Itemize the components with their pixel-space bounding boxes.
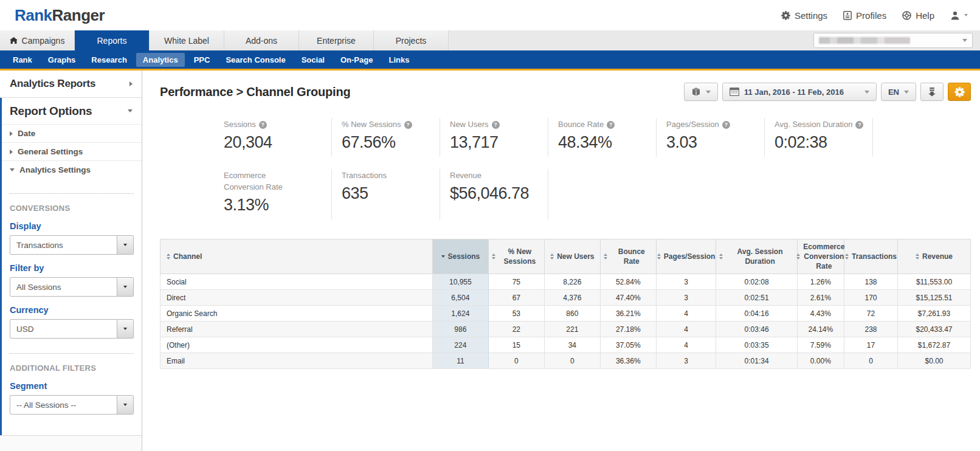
data-cell: 6,504 [432, 290, 488, 306]
col-header-new-users[interactable]: New Users [544, 239, 600, 274]
download-button[interactable] [920, 83, 944, 101]
subnav-item-analytics[interactable]: Analytics [136, 53, 185, 67]
col-header-revenue[interactable]: Revenue [897, 239, 970, 274]
subnav-item-search-console[interactable]: Search Console [219, 53, 292, 67]
data-cell: 17 [844, 337, 898, 353]
subnav-item-rank[interactable]: Rank [6, 53, 39, 67]
data-cell: 24.14% [797, 322, 844, 337]
col-header-new-sessions[interactable]: % New Sessions [488, 239, 544, 274]
data-cell: 10,955 [432, 274, 488, 290]
sort-down-arrow [167, 257, 170, 260]
col-header-channel[interactable]: Channel [160, 239, 433, 274]
report-options-header[interactable]: Report Options [2, 98, 142, 124]
metric-value: 3.03 [666, 133, 758, 152]
help-icon[interactable]: ? [607, 121, 615, 129]
col-header-label: Avg. Session Duration [726, 247, 793, 266]
sort-down-arrow [845, 257, 849, 260]
select-arrow-button[interactable] [117, 396, 133, 414]
help-icon[interactable]: ? [259, 121, 267, 129]
analytics-reports-label: Analytics Reports [10, 78, 95, 90]
select-arrow-button[interactable] [117, 320, 133, 338]
sidebar-section-date[interactable]: Date [2, 124, 142, 142]
help-icon[interactable]: ? [492, 121, 500, 129]
tab-reports[interactable]: Reports [75, 30, 150, 50]
col-header-inner: Bounce Rate [604, 247, 653, 266]
subnav-item-social[interactable]: Social [295, 53, 331, 67]
col-header-pages-session[interactable]: Pages/Session [656, 239, 716, 274]
subnav-item-research[interactable]: Research [85, 53, 134, 67]
main-content: Performance > Channel Grouping 11 Jan, 2… [142, 71, 980, 451]
tab-label: Add-ons [246, 36, 277, 46]
col-header-inner: Ecommerce Conversion Rate [801, 242, 841, 272]
menu-item-help[interactable]: Help [902, 10, 934, 21]
col-header-bounce-rate[interactable]: Bounce Rate [600, 239, 656, 274]
select-segment[interactable]: -- All Sessions -- [10, 395, 134, 415]
tab-campaigns[interactable]: Campaigns [0, 30, 75, 50]
metric-label-text: Sessions [224, 119, 256, 131]
col-header-label: Sessions [448, 252, 480, 261]
metric-value: 635 [342, 184, 433, 203]
data-cell: 0 [488, 353, 544, 369]
analytics-reports-header[interactable]: Analytics Reports [0, 71, 142, 98]
select-value-display: Transactions [10, 241, 63, 250]
subnav-item-links[interactable]: Links [382, 53, 416, 67]
language-button[interactable]: EN [881, 83, 916, 101]
date-range-button[interactable]: 11 Jan, 2016 - 11 Feb, 2016 [722, 83, 877, 101]
tab-projects[interactable]: Projects [374, 30, 449, 50]
help-icon[interactable]: ? [722, 121, 730, 129]
metric-value: 20,304 [224, 133, 325, 152]
menu-item-profiles[interactable]: Profiles [843, 10, 886, 21]
col-header-ecommerce-conversion-rate[interactable]: Ecommerce Conversion Rate [797, 239, 844, 274]
data-cell: 8,226 [544, 274, 600, 290]
menu-item-settings[interactable]: Settings [781, 10, 827, 21]
data-cell: 27.18% [600, 322, 656, 337]
report-settings-button[interactable] [948, 83, 971, 101]
data-cell: 0:04:16 [716, 306, 797, 322]
table-row-email: Email110036.36%30:01:340.00%0$0.00 [160, 353, 971, 369]
metric-value: 13,717 [450, 133, 542, 152]
data-cell: 37.05% [600, 337, 656, 353]
col-header-avg-session-duration[interactable]: Avg. Session Duration [716, 239, 797, 274]
page-title: Performance > Channel Grouping [160, 85, 351, 99]
tab-enterprise[interactable]: Enterprise [299, 30, 374, 50]
col-header-transactions[interactable]: Transactions [844, 239, 898, 274]
select-arrow-button[interactable] [117, 236, 133, 254]
sidebar-groups: CONVERSIONSDisplayTransactionsFilter byA… [2, 193, 142, 415]
metric-label: Pages/Session? [666, 119, 758, 131]
tab-add-ons[interactable]: Add-ons [224, 30, 299, 50]
data-cell: 238 [844, 322, 898, 337]
metric-label: Avg. Session Duration? [775, 119, 866, 131]
col-header-sessions[interactable]: Sessions [432, 239, 488, 274]
col-header-inner: New Users [548, 252, 597, 261]
subnav-item-graphs[interactable]: Graphs [41, 53, 83, 67]
sort-icon [441, 255, 445, 258]
help-icon[interactable]: ? [855, 121, 863, 129]
select-display[interactable]: Transactions [10, 235, 134, 255]
subnav-item-on-page[interactable]: On-Page [334, 53, 379, 67]
metric-ecommerce-conversion-rate: Ecommerce Conversion Rate3.13% [224, 169, 332, 219]
sidebar-section-analytics-settings[interactable]: Analytics Settings [2, 160, 142, 179]
main-tabs: CampaignsReportsWhite LabelAdd-onsEnterp… [0, 30, 449, 50]
select-currency[interactable]: USD [10, 319, 134, 339]
subnav-item-ppc[interactable]: PPC [187, 53, 217, 67]
data-cell: 860 [544, 306, 600, 322]
select-arrow-button[interactable] [117, 278, 133, 296]
select-filter-by[interactable]: All Sessions [10, 277, 134, 297]
metric-value: 3.13% [224, 196, 325, 215]
package-dropdown-button[interactable] [684, 83, 718, 101]
top-menu: SettingsProfilesHelp [781, 10, 968, 21]
sort-down-arrow [719, 257, 723, 260]
data-cell: $20,433.47 [897, 322, 970, 337]
help-icon[interactable]: ? [404, 121, 412, 129]
col-header-inner: Avg. Session Duration [719, 247, 793, 266]
data-cell: 221 [544, 322, 600, 337]
tab-white-label[interactable]: White Label [150, 30, 224, 50]
campaign-select[interactable] [813, 33, 973, 48]
gear-icon [954, 87, 965, 97]
data-cell: 0 [844, 353, 898, 369]
data-cell: 2.61% [797, 290, 844, 306]
chevron-right-icon [10, 131, 13, 136]
sidebar-section-general-settings[interactable]: General Settings [2, 142, 142, 160]
data-cell: 3 [656, 290, 716, 306]
user-menu[interactable] [950, 11, 968, 20]
